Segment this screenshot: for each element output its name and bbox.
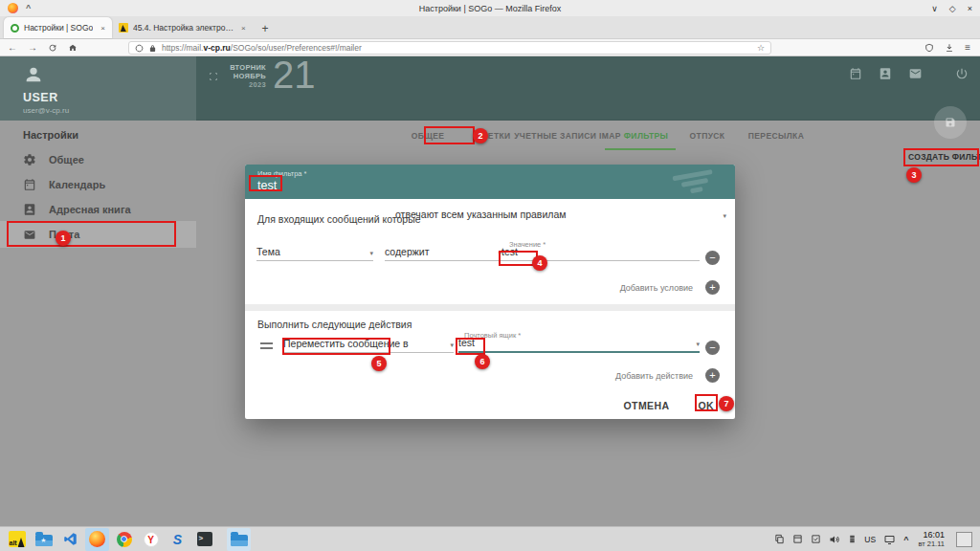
terminal-icon[interactable]: > xyxy=(192,528,216,551)
logout-power-icon[interactable] xyxy=(955,67,969,84)
annotation-box-mail-item xyxy=(7,221,176,247)
window-maximize-button[interactable]: ◇ xyxy=(949,4,956,13)
user-name: USER xyxy=(23,91,58,104)
remove-condition-button[interactable]: − xyxy=(705,251,720,265)
chrome-icon[interactable] xyxy=(112,528,136,551)
remove-action-button[interactable]: − xyxy=(705,341,720,355)
floppy-icon xyxy=(945,117,956,128)
tray-expand-icon[interactable]: ^ xyxy=(903,535,908,544)
mail-module-icon[interactable] xyxy=(908,67,923,84)
back-button[interactable]: ← xyxy=(8,43,17,53)
filter-glyph-icon xyxy=(672,166,722,199)
sidebar-item-general[interactable]: Общее xyxy=(0,146,196,172)
protections-shield-icon[interactable] xyxy=(924,39,934,56)
firefox-taskbar-icon[interactable] xyxy=(85,528,109,551)
tab-imap-accounts[interactable]: УЧЕТНЫЕ ЗАПИСИ IMAP xyxy=(514,121,621,151)
url-bar[interactable]: https://mail.v-cp.ru/SOGo/so/user/Prefer… xyxy=(128,41,771,55)
sidebar-item-addressbook[interactable]: Адресная книга xyxy=(0,196,196,222)
tab-close-icon[interactable]: × xyxy=(238,24,246,33)
tasks-icon[interactable] xyxy=(811,534,821,544)
bookmark-star-icon[interactable]: ☆ xyxy=(757,43,765,53)
match-select[interactable]: отвечают всем указанным правилам ▾ xyxy=(395,209,726,223)
clipboard-manager-icon[interactable] xyxy=(774,534,785,544)
browser-tab-sogo[interactable]: Настройки | SOGo × xyxy=(4,17,112,38)
condition-operator-select[interactable]: содержит ▾ xyxy=(385,246,501,261)
addressbook-module-icon[interactable] xyxy=(879,67,892,84)
actions-title: Выполнить следующие действия xyxy=(257,319,412,330)
screen: ^ Настройки | SOGo — Mozilla Firefox ∨ ◇… xyxy=(0,0,980,551)
fullscreen-icon[interactable] xyxy=(209,68,218,85)
sogo-favicon xyxy=(11,24,19,33)
tab-forward[interactable]: ПЕРЕСЫЛКА xyxy=(748,121,804,151)
annotation-badge-2: 2 xyxy=(473,128,488,143)
forward-button[interactable]: → xyxy=(28,43,37,53)
volume-icon[interactable] xyxy=(829,534,840,545)
annotation-box-filter-name xyxy=(249,175,282,191)
annotation-badge-7: 7 xyxy=(719,396,734,411)
section-divider xyxy=(245,304,735,311)
window-title: Настройки | SOGo — Mozilla Firefox xyxy=(0,4,980,13)
sogo-user-panel: USER user@v-cp.ru xyxy=(0,56,196,121)
display-network-icon[interactable] xyxy=(883,534,896,545)
weekday: ВТОРНИК xyxy=(223,63,266,72)
taskbar: alt ★ Y S > xyxy=(0,526,980,551)
window-titlebar: ^ Настройки | SOGo — Mozilla Firefox ∨ ◇… xyxy=(0,0,980,16)
browser-tab-docs[interactable]: 45.4. Настройка электронной × xyxy=(112,17,253,38)
user-email: user@v-cp.ru xyxy=(23,106,69,115)
reload-button[interactable] xyxy=(48,43,57,53)
clock[interactable]: 16:01 вт 21.11 xyxy=(918,530,945,549)
chevron-down-icon: ▾ xyxy=(369,250,373,257)
keep-above-icon[interactable]: ^ xyxy=(26,4,31,12)
menu-hamburger-icon[interactable]: ≡ xyxy=(965,43,970,53)
mailbox-select[interactable]: test ▾ xyxy=(458,337,700,353)
permissions-icon[interactable] xyxy=(135,39,144,56)
add-action-button[interactable]: + xyxy=(705,368,720,383)
condition-field-select[interactable]: Тема ▾ xyxy=(256,246,373,261)
clock-time: 16:01 xyxy=(918,530,945,540)
disk-indicator-icon[interactable] xyxy=(848,534,857,544)
start-menu-basealt-icon[interactable]: alt xyxy=(5,528,29,551)
tab-filters[interactable]: ФИЛЬТРЫ xyxy=(624,121,669,151)
browser-tabstrip: Настройки | SOGo × 45.4. Настройка элект… xyxy=(0,16,980,39)
show-desktop-button[interactable] xyxy=(956,532,972,547)
file-manager-favorites-icon[interactable]: ★ xyxy=(32,528,56,551)
annotation-badge-6: 6 xyxy=(475,354,490,369)
cancel-button[interactable]: ОТМЕНА xyxy=(624,400,670,411)
active-tab-underline xyxy=(605,148,676,150)
preferences-tabbar: ОБЩЕЕ МЕТКИ УЧЕТНЫЕ ЗАПИСИ IMAP ФИЛЬТРЫ … xyxy=(196,121,980,153)
vscode-icon[interactable] xyxy=(58,528,82,551)
window-close-button[interactable]: × xyxy=(968,4,972,13)
add-condition-label: Добавить условие xyxy=(620,283,693,293)
browser-toolbar: ← → https://mail.v-cp.ru/SOGo/so/user/Pr… xyxy=(0,39,980,56)
annotation-box-create-filter xyxy=(903,148,979,166)
annotation-box-action-type xyxy=(282,338,390,355)
tab-vacation[interactable]: ОТПУСК xyxy=(690,121,725,151)
yandex-browser-icon[interactable]: Y xyxy=(139,528,163,551)
day-number: 21 xyxy=(273,54,316,97)
keyboard-layout-indicator[interactable]: US xyxy=(864,535,876,544)
annotation-badge-1: 1 xyxy=(56,231,71,246)
sidebar-item-calendar[interactable]: Календарь xyxy=(0,171,196,197)
annotation-box-ok xyxy=(695,394,718,411)
notes-icon[interactable] xyxy=(792,534,803,544)
add-condition-button[interactable]: + xyxy=(705,280,720,295)
home-button[interactable] xyxy=(68,43,78,53)
tab-close-icon[interactable]: × xyxy=(98,24,105,33)
sputnik-browser-icon[interactable]: S xyxy=(166,528,189,551)
calendar-icon xyxy=(23,178,36,191)
window-minimize-button[interactable]: ∨ xyxy=(931,4,938,13)
browser-tab-title: Настройки | SOGo xyxy=(24,23,93,33)
sidebar-title: Настройки xyxy=(23,129,78,141)
downloads-icon[interactable] xyxy=(945,39,954,56)
lock-icon[interactable] xyxy=(148,39,157,56)
drag-handle-icon[interactable] xyxy=(260,342,273,352)
file-manager-window-icon[interactable] xyxy=(227,528,251,551)
date-block: ВТОРНИК НОЯБРЬ 2023 xyxy=(223,63,266,89)
calendar-module-icon[interactable] xyxy=(849,67,862,84)
add-action-label: Добавить действие xyxy=(615,371,693,381)
new-tab-button[interactable]: + xyxy=(253,22,278,38)
sogo-header: ВТОРНИК НОЯБРЬ 2023 21 xyxy=(196,56,980,121)
clock-date: вт 21.11 xyxy=(918,540,945,549)
annotation-box-filters-tab xyxy=(424,126,475,144)
save-fab[interactable] xyxy=(934,106,967,139)
